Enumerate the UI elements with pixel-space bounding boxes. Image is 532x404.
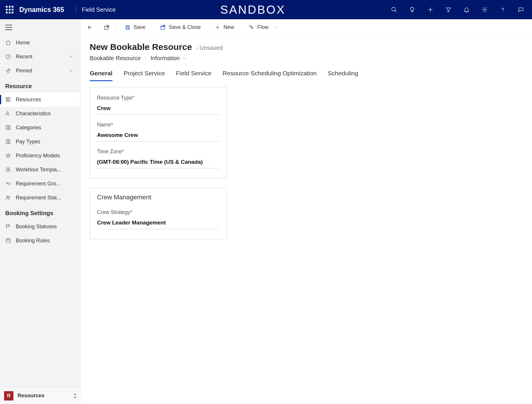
calendar-icon bbox=[5, 238, 11, 243]
form-tabs: General Project Service Field Service Re… bbox=[90, 70, 532, 81]
sidebar-item-label: Pinned bbox=[16, 68, 32, 74]
sidebar-item-workhour-template[interactable]: Workhour Templa... bbox=[0, 163, 80, 177]
plus-icon bbox=[427, 6, 434, 13]
search-icon bbox=[391, 6, 397, 13]
save-close-label: Save & Close bbox=[169, 24, 201, 30]
tab-rso[interactable]: Resource Scheduling Optimization bbox=[223, 70, 317, 81]
area-badge: R bbox=[4, 391, 13, 400]
back-arrow-icon bbox=[86, 24, 93, 31]
notifications-button[interactable] bbox=[462, 6, 471, 14]
updown-icon bbox=[73, 393, 77, 398]
open-new-window-button[interactable] bbox=[98, 19, 115, 35]
svg-rect-15 bbox=[8, 140, 10, 143]
question-icon bbox=[500, 6, 506, 13]
sidebar-scroll[interactable]: Home Recent Pinned bbox=[0, 36, 81, 387]
chevron-down-icon bbox=[69, 54, 73, 59]
svg-point-20 bbox=[8, 196, 10, 197]
sidebar-item-pay-types[interactable]: Pay Types bbox=[0, 135, 80, 149]
page-subtitle-row: Bookable Resource · Information bbox=[90, 55, 532, 62]
svg-point-5 bbox=[502, 11, 503, 12]
field-crew-strategy[interactable]: Crew Strategy* Crew Leader Management bbox=[97, 209, 220, 229]
sidebar-item-label: Requirement Gro... bbox=[16, 181, 60, 187]
tab-general[interactable]: General bbox=[90, 70, 112, 81]
sidebar-item-label: Booking Statuses bbox=[16, 224, 57, 230]
sidebar-item-label: Home bbox=[16, 40, 30, 46]
chevron-down-icon bbox=[69, 68, 73, 73]
new-button[interactable]: New bbox=[209, 19, 239, 35]
field-value: Awesome Crew bbox=[97, 132, 220, 142]
sidebar-item-characteristics[interactable]: Characteristics bbox=[0, 107, 80, 121]
sidebar-item-resources[interactable]: Resources bbox=[0, 93, 80, 107]
sidebar-item-requirement-status[interactable]: Requirement Stat... bbox=[0, 191, 80, 205]
topbar-icons bbox=[390, 6, 532, 14]
form-selector[interactable]: Information bbox=[150, 55, 186, 62]
tab-project-service[interactable]: Project Service bbox=[124, 70, 165, 81]
people-icon bbox=[5, 195, 11, 201]
assistant-button[interactable] bbox=[517, 6, 525, 14]
topbar-divider bbox=[76, 6, 76, 14]
area-switcher-label: Resources bbox=[18, 393, 69, 399]
dot-separator: · bbox=[145, 55, 147, 62]
svg-point-0 bbox=[392, 7, 396, 11]
field-label: Name* bbox=[97, 122, 220, 128]
sidebar-section-booking: Booking Settings bbox=[0, 205, 80, 220]
sidebar-item-label: Resources bbox=[16, 97, 41, 103]
flow-button[interactable]: Flow bbox=[243, 19, 283, 35]
sidebar-item-booking-rules[interactable]: Booking Rules bbox=[0, 234, 80, 248]
categories-icon bbox=[5, 125, 11, 130]
resource-icon bbox=[5, 97, 11, 102]
filter-button[interactable] bbox=[444, 6, 453, 14]
sidebar: Home Recent Pinned bbox=[0, 19, 81, 404]
sidebar-section-resource: Resource bbox=[0, 78, 80, 93]
app-launcher-button[interactable] bbox=[0, 6, 19, 13]
command-bar: Save Save & Close New Flow bbox=[81, 19, 532, 36]
svg-rect-12 bbox=[6, 126, 8, 129]
settings-button[interactable] bbox=[481, 6, 489, 14]
help-button[interactable] bbox=[499, 6, 507, 14]
sidebar-item-booking-statuses[interactable]: Booking Statuses bbox=[0, 220, 80, 234]
save-close-icon bbox=[160, 24, 166, 31]
svg-rect-27 bbox=[127, 27, 129, 29]
field-time-zone[interactable]: Time Zone* (GMT-08:00) Pacific Time (US … bbox=[97, 149, 220, 168]
sidebar-item-proficiency-models[interactable]: Proficiency Models bbox=[0, 149, 80, 163]
app-name-label[interactable]: Field Service bbox=[82, 6, 116, 13]
sidebar-item-requirement-groups[interactable]: Requirement Gro... bbox=[0, 177, 80, 191]
sidebar-item-pinned[interactable]: Pinned bbox=[0, 64, 80, 78]
svg-point-19 bbox=[6, 196, 8, 197]
field-resource-type[interactable]: Resource Type* Crew bbox=[97, 95, 220, 115]
save-close-button[interactable]: Save & Close bbox=[154, 19, 206, 35]
svg-rect-14 bbox=[6, 140, 8, 143]
brand-label[interactable]: Dynamics 365 bbox=[19, 6, 70, 14]
tab-scheduling[interactable]: Scheduling bbox=[328, 70, 358, 81]
sidebar-item-recent[interactable]: Recent bbox=[0, 50, 80, 64]
plus-icon bbox=[215, 25, 221, 30]
save-button[interactable]: Save bbox=[119, 19, 151, 35]
field-value: (GMT-08:00) Pacific Time (US & Canada) bbox=[97, 159, 220, 168]
svg-rect-7 bbox=[6, 97, 8, 101]
sidebar-item-label: Characteristics bbox=[16, 111, 51, 117]
group-icon bbox=[5, 181, 11, 187]
section-title: Crew Management bbox=[97, 194, 220, 201]
field-label: Crew Strategy* bbox=[97, 209, 220, 215]
home-icon bbox=[5, 40, 11, 46]
sidebar-item-categories[interactable]: Categories bbox=[0, 121, 80, 135]
quick-create-button[interactable] bbox=[426, 6, 434, 14]
svg-line-1 bbox=[395, 11, 397, 12]
tab-field-service[interactable]: Field Service bbox=[176, 70, 211, 81]
gear-icon bbox=[481, 6, 488, 13]
funnel-icon bbox=[445, 6, 452, 13]
field-name[interactable]: Name* Awesome Crew bbox=[97, 122, 220, 142]
back-button[interactable] bbox=[81, 19, 98, 35]
area-switcher[interactable]: R Resources bbox=[0, 387, 81, 404]
svg-rect-8 bbox=[8, 97, 10, 101]
pin-icon bbox=[5, 68, 11, 74]
page-status: - Unsaved bbox=[196, 45, 223, 51]
svg-point-11 bbox=[6, 112, 8, 114]
global-topbar: Dynamics 365 Field Service SANDBOX bbox=[0, 0, 532, 19]
flow-label: Flow bbox=[257, 24, 268, 30]
sidebar-item-home[interactable]: Home bbox=[0, 36, 80, 50]
search-button[interactable] bbox=[390, 6, 398, 14]
insights-button[interactable] bbox=[408, 6, 416, 14]
bell-icon bbox=[463, 6, 470, 13]
sidebar-collapse-button[interactable] bbox=[0, 19, 81, 36]
